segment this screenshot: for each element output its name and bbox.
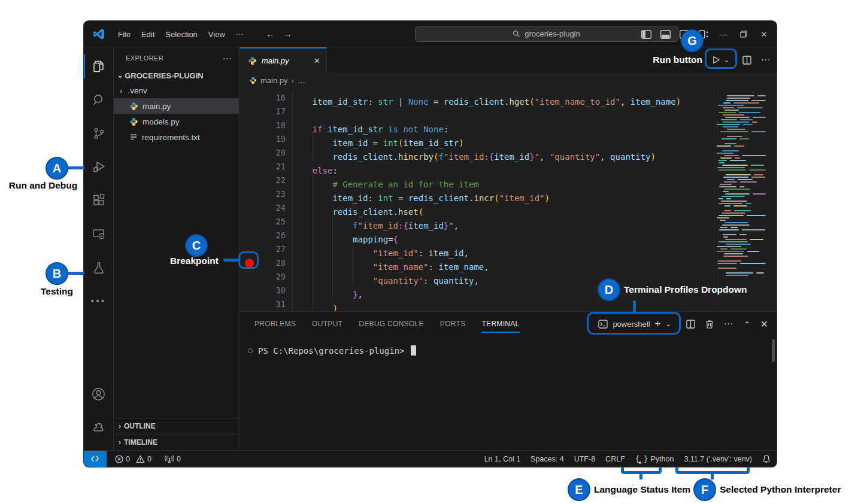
panel-tab-debug-console[interactable]: DEBUG CONSOLE — [359, 312, 424, 336]
duck-extension-icon[interactable] — [84, 413, 114, 442]
run-and-debug-icon[interactable] — [84, 153, 114, 181]
gutter[interactable]: 20 — [240, 146, 292, 160]
nav-forward-icon[interactable]: → — [283, 29, 292, 39]
toggle-sidebar-icon[interactable] — [638, 26, 654, 42]
annotation-label-e: Language Status Item — [594, 484, 690, 495]
tab-close-icon[interactable]: ✕ — [314, 56, 320, 65]
gutter[interactable]: 21 — [240, 160, 292, 174]
menu-edit[interactable]: Edit — [136, 28, 160, 41]
minimap-line — [756, 272, 764, 274]
python-interpreter[interactable]: 3.11.7 ('.venv': venv) — [684, 455, 752, 463]
split-editor-icon[interactable] — [742, 56, 751, 65]
title-bar: FileEditSelectionView ··· ← → groceries-… — [84, 21, 777, 47]
gutter[interactable]: 24 — [240, 201, 292, 215]
annotation-box-breakpoint — [238, 251, 259, 269]
minimap-line — [717, 124, 740, 125]
panel-more-actions-icon[interactable]: ··· — [724, 318, 733, 329]
annotation-box-terminal-profiles — [587, 312, 681, 335]
editor-scrollbar[interactable] — [771, 88, 777, 311]
code-editor[interactable]: 16item_id_str: str | None = redis_client… — [240, 88, 777, 311]
nav-back-icon[interactable]: ← — [266, 29, 275, 39]
minimap-line — [722, 224, 750, 226]
minimap-line — [720, 157, 732, 159]
menu-file[interactable]: File — [113, 28, 136, 41]
maximize-icon[interactable] — [735, 25, 753, 43]
editor-more-actions-icon[interactable]: ··· — [761, 54, 771, 65]
language-status-item[interactable]: { } Python — [635, 455, 674, 463]
panel-tab-problems[interactable]: PROBLEMS — [254, 312, 296, 336]
menu-selection[interactable]: Selection — [160, 28, 202, 41]
minimap-line — [717, 167, 745, 168]
annotation-circle-e: E — [568, 478, 590, 501]
search-sidebar-icon[interactable] — [84, 86, 114, 114]
gutter[interactable]: 25 — [240, 215, 292, 229]
gutter[interactable]: 30 — [240, 284, 292, 297]
explorer-icon[interactable] — [84, 52, 114, 81]
gutter[interactable]: 16 — [240, 91, 292, 105]
file-tree: ›.venvmain.pymodels.pyrequirements.txt — [114, 83, 239, 145]
close-window-icon[interactable]: ✕ — [755, 25, 773, 43]
gutter[interactable]: 18 — [240, 119, 292, 132]
kill-terminal-icon[interactable] — [705, 320, 714, 329]
file-item-models-py[interactable]: models.py — [114, 114, 239, 129]
minimap-line — [730, 248, 747, 250]
gutter[interactable]: 17 — [240, 105, 292, 119]
section-timeline[interactable]: ›TIMELINE — [114, 434, 239, 450]
minimap-line — [719, 215, 744, 216]
testing-icon[interactable] — [84, 253, 114, 282]
cursor-position[interactable]: Ln 1, Col 1 — [484, 455, 520, 463]
file-label: requirements.txt — [142, 133, 200, 142]
ports-status[interactable]: 0 — [165, 455, 181, 463]
minimap-line — [730, 227, 738, 228]
accounts-icon[interactable] — [84, 379, 114, 408]
minimize-icon[interactable]: — — [714, 25, 732, 43]
minimap-line — [719, 241, 748, 242]
notifications-bell-icon[interactable] — [762, 454, 771, 463]
toggle-panel-icon[interactable] — [657, 26, 674, 42]
gutter[interactable]: 26 — [240, 229, 292, 242]
terminal-content[interactable]: PS C:\Repos\groceries-plugin> — [240, 336, 777, 356]
tab-main-py[interactable]: main.py ✕ — [240, 47, 327, 72]
gutter[interactable]: 19 — [240, 132, 292, 146]
panel-tab-output[interactable]: OUTPUT — [312, 312, 342, 336]
line-number: 16 — [276, 91, 286, 105]
breadcrumbs[interactable]: main.py › … — [240, 72, 777, 88]
minimap[interactable] — [714, 88, 771, 311]
minimap-line — [730, 160, 746, 161]
gutter[interactable]: 23 — [240, 187, 292, 201]
source-control-icon[interactable] — [84, 119, 114, 148]
encoding[interactable]: UTF-8 — [574, 455, 595, 463]
eol-sequence[interactable]: CRLF — [605, 455, 625, 463]
file-item-main-py[interactable]: main.py — [114, 98, 239, 114]
annotation-line-d — [633, 300, 636, 313]
maximize-panel-icon[interactable]: ⌄ — [744, 319, 750, 329]
split-terminal-icon[interactable] — [686, 320, 695, 329]
code-text: "item_name": item_name, — [292, 256, 489, 270]
code-text: redis_client.hset( — [292, 201, 423, 215]
line-number: 30 — [276, 284, 286, 297]
terminal-scrollbar[interactable] — [772, 339, 775, 362]
explorer-more-actions-icon[interactable]: ··· — [223, 53, 232, 63]
menu-more[interactable]: ··· — [231, 27, 249, 41]
indentation[interactable]: Spaces: 4 — [530, 455, 564, 463]
command-decoration-icon — [248, 348, 253, 353]
minimap-line — [718, 105, 744, 106]
minimap-line — [740, 181, 757, 183]
file-item-requirements-txt[interactable]: requirements.txt — [114, 129, 239, 145]
remote-indicator[interactable] — [84, 451, 107, 467]
menu-view[interactable]: View — [203, 28, 231, 41]
annotation-circle-g: G — [681, 29, 704, 52]
gutter[interactable]: 31 — [240, 297, 292, 311]
section-outline[interactable]: ›OUTLINE — [114, 418, 239, 434]
gutter[interactable]: 22 — [240, 174, 292, 187]
remote-explorer-icon[interactable] — [84, 220, 114, 248]
panel-tab-terminal[interactable]: TERMINAL — [481, 312, 519, 336]
extensions-icon[interactable] — [84, 186, 114, 215]
file-item--venv[interactable]: ›.venv — [114, 83, 239, 98]
panel-tab-ports[interactable]: PORTS — [440, 312, 466, 336]
close-panel-icon[interactable]: ✕ — [760, 318, 768, 330]
code-text: redis_client.hincrby(f"item_id:{item_id}… — [292, 146, 656, 160]
problems-status[interactable]: 0 0 — [115, 455, 151, 463]
tree-root-folder[interactable]: ⌄ GROCERIES-PLUGIN — [114, 68, 239, 83]
gutter[interactable]: 29 — [240, 270, 292, 284]
